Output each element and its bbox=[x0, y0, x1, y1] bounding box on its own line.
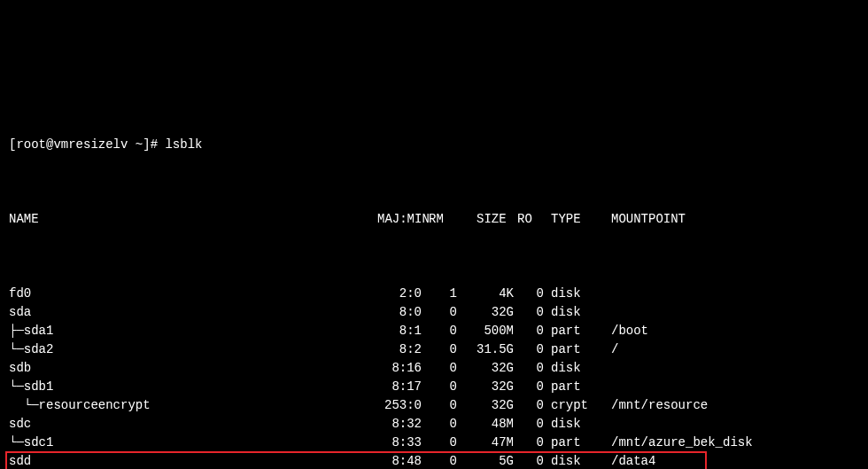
cell-majmin: 8:2 bbox=[353, 340, 422, 359]
table-row: sda8:0032G0disk bbox=[9, 303, 859, 322]
cell-name: └─sda2 bbox=[9, 340, 353, 359]
cell-type: disk bbox=[544, 415, 597, 434]
cell-name: sdc bbox=[9, 415, 353, 434]
cell-name: └─sdc1 bbox=[9, 434, 353, 452]
hdr-mount: MOUNTPOINT bbox=[597, 210, 686, 229]
table-row: sdd8:4805G0disk/data4 bbox=[9, 452, 859, 469]
hdr-majmin: MAJ:MIN bbox=[353, 210, 422, 229]
cell-type: disk bbox=[544, 285, 597, 303]
cell-rm: 0 bbox=[422, 434, 457, 452]
cell-size: 32G bbox=[457, 396, 514, 415]
command-text: lsblk bbox=[165, 136, 202, 154]
cell-type: part bbox=[544, 378, 597, 396]
cell-name: sdd bbox=[9, 452, 353, 469]
cell-mountpoint: /mnt/azure_bek_disk bbox=[597, 434, 753, 452]
table-row: └─resourceencrypt253:0032G0crypt/mnt/res… bbox=[9, 396, 859, 415]
cell-majmin: 8:33 bbox=[353, 434, 422, 452]
cell-name: └─resourceencrypt bbox=[9, 396, 353, 415]
cell-rm: 1 bbox=[422, 285, 457, 303]
cell-size: 31.5G bbox=[457, 340, 514, 359]
cell-type: part bbox=[544, 340, 597, 359]
cell-mountpoint: /mnt/resource bbox=[597, 396, 708, 415]
cell-size: 48M bbox=[457, 415, 514, 434]
cell-mountpoint bbox=[597, 359, 611, 378]
cell-majmin: 8:48 bbox=[353, 452, 422, 469]
lsblk-header: NAMEMAJ:MINRMSIZEROTYPEMOUNTPOINT bbox=[9, 210, 859, 229]
cell-rm: 0 bbox=[422, 322, 457, 340]
hdr-type: TYPE bbox=[544, 210, 597, 229]
cell-ro: 0 bbox=[514, 434, 544, 452]
cell-mountpoint bbox=[597, 415, 611, 434]
cell-mountpoint bbox=[597, 378, 611, 396]
cell-majmin: 253:0 bbox=[353, 396, 422, 415]
cell-ro: 0 bbox=[514, 396, 544, 415]
cell-type: part bbox=[544, 322, 597, 340]
cell-ro: 0 bbox=[514, 452, 544, 469]
hdr-ro: RO bbox=[514, 210, 544, 229]
cell-size: 5G bbox=[457, 452, 514, 469]
cell-size: 4K bbox=[457, 285, 514, 303]
cell-type: disk bbox=[544, 359, 597, 378]
cell-name: fd0 bbox=[9, 285, 353, 303]
cell-ro: 0 bbox=[514, 285, 544, 303]
cell-ro: 0 bbox=[514, 340, 544, 359]
cell-rm: 0 bbox=[422, 303, 457, 322]
cell-mountpoint: /data4 bbox=[597, 452, 655, 469]
table-row: └─sda28:2031.5G0part/ bbox=[9, 340, 859, 359]
cell-majmin: 8:16 bbox=[353, 359, 422, 378]
cell-ro: 0 bbox=[514, 415, 544, 434]
lsblk-rows: fd02:014K0disksda8:0032G0disk├─sda18:105… bbox=[9, 285, 859, 469]
cell-majmin: 8:0 bbox=[353, 303, 422, 322]
cell-size: 32G bbox=[457, 378, 514, 396]
hdr-rm: RM bbox=[422, 210, 457, 229]
cell-mountpoint: /boot bbox=[597, 322, 648, 340]
cell-mountpoint bbox=[597, 303, 611, 322]
cell-majmin: 8:32 bbox=[353, 415, 422, 434]
table-row: └─sdc18:33047M0part/mnt/azure_bek_disk bbox=[9, 434, 859, 452]
cell-majmin: 8:1 bbox=[353, 322, 422, 340]
cell-ro: 0 bbox=[514, 303, 544, 322]
terminal-output: [root@vmresizelv ~]# lsblk NAMEMAJ:MINRM… bbox=[9, 80, 859, 469]
cell-name: sda bbox=[9, 303, 353, 322]
cell-type: crypt bbox=[544, 396, 597, 415]
cell-rm: 0 bbox=[422, 340, 457, 359]
shell-prompt: [root@vmresizelv ~]# bbox=[9, 136, 165, 154]
cell-rm: 0 bbox=[422, 452, 457, 469]
table-row: fd02:014K0disk bbox=[9, 285, 859, 303]
cell-rm: 0 bbox=[422, 396, 457, 415]
hdr-size: SIZE bbox=[457, 210, 514, 229]
table-row: ├─sda18:10500M0part/boot bbox=[9, 322, 859, 340]
cell-name: sdb bbox=[9, 359, 353, 378]
cell-ro: 0 bbox=[514, 359, 544, 378]
cell-ro: 0 bbox=[514, 378, 544, 396]
cell-majmin: 2:0 bbox=[353, 285, 422, 303]
cell-ro: 0 bbox=[514, 322, 544, 340]
table-row: sdb8:16032G0disk bbox=[9, 359, 859, 378]
cell-size: 32G bbox=[457, 359, 514, 378]
cell-mountpoint: / bbox=[597, 340, 618, 359]
hdr-name: NAME bbox=[9, 210, 353, 229]
cell-size: 500M bbox=[457, 322, 514, 340]
table-row: sdc8:32048M0disk bbox=[9, 415, 859, 434]
cell-type: disk bbox=[544, 452, 597, 469]
cell-type: part bbox=[544, 434, 597, 452]
cell-size: 47M bbox=[457, 434, 514, 452]
cell-rm: 0 bbox=[422, 415, 457, 434]
table-row: └─sdb18:17032G0part bbox=[9, 378, 859, 396]
cell-majmin: 8:17 bbox=[353, 378, 422, 396]
prompt-line: [root@vmresizelv ~]# lsblk bbox=[9, 136, 859, 154]
cell-name: └─sdb1 bbox=[9, 378, 353, 396]
cell-rm: 0 bbox=[422, 378, 457, 396]
cell-size: 32G bbox=[457, 303, 514, 322]
cell-rm: 0 bbox=[422, 359, 457, 378]
cell-name: ├─sda1 bbox=[9, 322, 353, 340]
cell-mountpoint bbox=[597, 285, 611, 303]
cell-type: disk bbox=[544, 303, 597, 322]
